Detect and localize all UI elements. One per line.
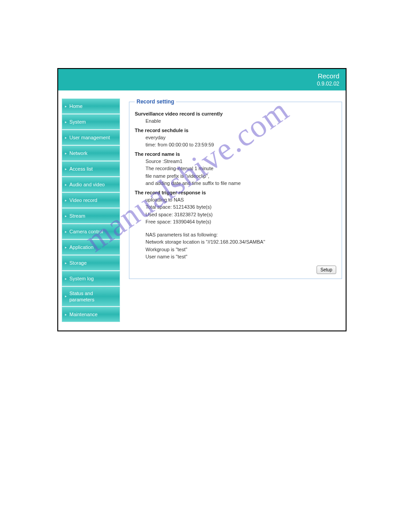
sidebar-item-label: Network (69, 150, 87, 156)
sidebar-item-camera-control[interactable]: ▸Camera control (62, 224, 120, 239)
used-space: Used space: 31823872 byte(s) (146, 211, 336, 219)
version-label: 0.9.02.02 (64, 81, 339, 88)
sidebar-item-label: Maintenance (69, 312, 98, 317)
chevron-right-icon: ▸ (65, 313, 67, 317)
record-prefix: file name prefix is "videoclip", (146, 172, 336, 180)
content-panel: Record setting Surveillance video record… (129, 99, 342, 322)
sidebar-item-user-management[interactable]: ▸User management (62, 130, 120, 145)
sidebar-item-label: Storage (69, 260, 87, 266)
sidebar-item-label: Access list (69, 166, 93, 172)
sidebar-item-label: System log (69, 276, 94, 281)
sidebar-item-storage[interactable]: ▸Storage (62, 255, 120, 270)
trigger-upload: uploading to NAS (146, 196, 336, 204)
record-suffix: and adding date and time suffix to file … (146, 180, 336, 187)
free-space: Free space: 19390464 byte(s) (146, 218, 336, 226)
page-title: Record (64, 72, 339, 81)
surveillance-status: Enable (146, 117, 336, 125)
section-surveillance-title: Surveillance video record is currently (135, 111, 336, 116)
sidebar-item-audio-video[interactable]: ▸Audio and video (62, 177, 120, 192)
section-trigger-title: The record trigger response is (135, 190, 336, 195)
sidebar-item-label: System (69, 119, 86, 124)
header-banner: Record 0.9.02.02 (58, 69, 346, 90)
record-setting-fieldset: Record setting Surveillance video record… (129, 99, 342, 279)
chevron-right-icon: ▸ (65, 183, 67, 187)
sidebar-item-label: Video record (69, 197, 97, 203)
record-source: Source :Stream1 (146, 158, 336, 165)
nas-workgroup: Workgroup is "test" (146, 246, 336, 253)
sidebar-item-system-log[interactable]: ▸System log (62, 271, 120, 286)
body-area: ▸Home ▸System ▸User management ▸Network … (58, 90, 346, 330)
chevron-right-icon: ▸ (65, 294, 67, 299)
sidebar-item-label: Status and parameters (69, 290, 117, 303)
record-interval: The recording interval 1 minute (146, 165, 336, 172)
section-record-name-title: The record name is (135, 151, 336, 157)
sidebar-item-system[interactable]: ▸System (62, 114, 120, 129)
chevron-right-icon: ▸ (65, 277, 67, 281)
sidebar-item-access-list[interactable]: ▸Access list (62, 161, 120, 176)
sidebar-item-stream[interactable]: ▸Stream (62, 208, 120, 223)
sidebar-item-label: Audio and video (69, 182, 105, 187)
chevron-right-icon: ▸ (65, 120, 67, 124)
chevron-right-icon: ▸ (65, 104, 67, 108)
app-window: Record 0.9.02.02 ▸Home ▸System ▸User man… (57, 68, 347, 331)
setup-button[interactable]: Setup (317, 266, 336, 274)
sidebar: ▸Home ▸System ▸User management ▸Network … (62, 99, 120, 322)
chevron-right-icon: ▸ (65, 151, 67, 155)
nas-username: User name is "test" (146, 253, 336, 261)
chevron-right-icon: ▸ (65, 136, 67, 140)
chevron-right-icon: ▸ (65, 245, 67, 249)
sidebar-item-label: Application (69, 245, 94, 250)
schedule-frequency: everyday (146, 134, 336, 142)
sidebar-item-application[interactable]: ▸Application (62, 240, 120, 255)
sidebar-item-label: Home (69, 103, 82, 109)
total-space: Total space: 51214336 byte(s) (146, 203, 336, 211)
chevron-right-icon: ▸ (65, 214, 67, 218)
sidebar-item-home[interactable]: ▸Home (62, 99, 120, 114)
fieldset-legend: Record setting (135, 99, 176, 105)
chevron-right-icon: ▸ (65, 198, 67, 202)
sidebar-item-network[interactable]: ▸Network (62, 146, 120, 161)
sidebar-item-status-parameters[interactable]: ▸Status and parameters (62, 287, 120, 306)
sidebar-item-label: User management (69, 135, 110, 140)
section-schedule-title: The record sechdule is (135, 128, 336, 133)
sidebar-item-maintenance[interactable]: ▸Maintenance (62, 307, 120, 322)
nas-location: Network storage location is "//192.168.2… (146, 238, 336, 246)
sidebar-item-label: Stream (69, 213, 85, 219)
chevron-right-icon: ▸ (65, 230, 67, 234)
schedule-time: time: from 00:00:00 to 23:59:59 (146, 141, 336, 149)
chevron-right-icon: ▸ (65, 261, 67, 265)
sidebar-item-video-record[interactable]: ▸Video record (62, 193, 120, 208)
sidebar-item-label: Camera control (69, 229, 103, 234)
nas-params-header: NAS parameters list as following: (146, 231, 336, 239)
chevron-right-icon: ▸ (65, 167, 67, 171)
